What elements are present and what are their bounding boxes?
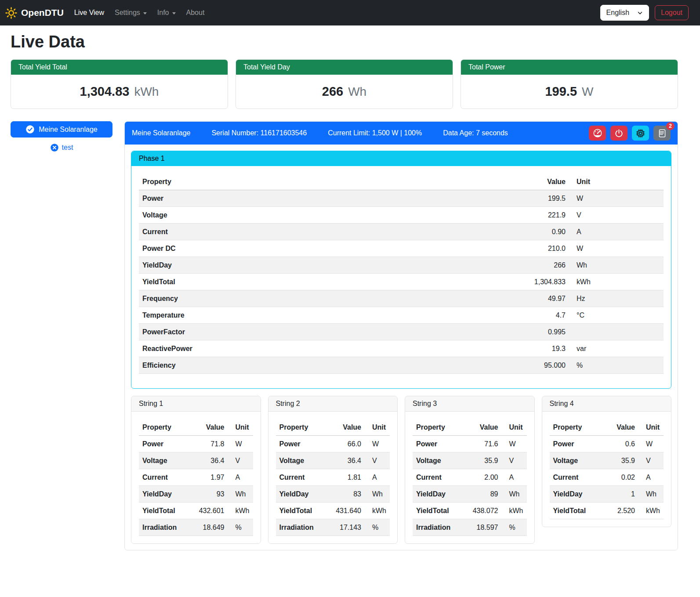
- cell-value: 19.3: [510, 340, 569, 357]
- event-log-button[interactable]: 2: [653, 126, 671, 141]
- phase-1-card: Phase 1 Property Value Unit Power199.5WV…: [131, 151, 671, 389]
- cell-unit: Wh: [365, 486, 390, 503]
- cell-property: Irradiation: [276, 519, 326, 536]
- language-select[interactable]: English: [600, 5, 649, 21]
- cell-unit: A: [638, 469, 664, 486]
- table-row: Power66.0W: [276, 436, 390, 452]
- column-header-property: Property: [550, 419, 600, 436]
- string-2-table: Property Value Unit Power66.0WVoltage36.…: [276, 419, 390, 536]
- card-unit: W: [582, 85, 593, 99]
- cell-property: Irradiation: [413, 519, 463, 536]
- table-row: YieldTotal438.072kWh: [413, 503, 527, 519]
- table-row: YieldDay83Wh: [276, 486, 390, 503]
- cell-value: 0.995: [510, 324, 569, 340]
- event-count-badge: 2: [666, 122, 675, 130]
- table-row: Temperature4.7°C: [139, 307, 664, 324]
- cell-unit: A: [569, 224, 664, 240]
- page-container: Live Data Total Yield Total 1,304.83 kWh…: [0, 25, 700, 563]
- power-icon: [614, 129, 624, 138]
- nav-item-about[interactable]: About: [181, 5, 210, 20]
- nav-item-info[interactable]: Info: [152, 5, 181, 20]
- brand[interactable]: OpenDTU: [5, 7, 64, 19]
- table-row: ReactivePower19.3var: [139, 340, 664, 357]
- cell-property: PowerFactor: [139, 324, 510, 340]
- card-unit: kWh: [134, 85, 159, 99]
- inverter-name: Meine Solaranlage: [39, 126, 97, 134]
- cpu-icon: [636, 129, 645, 138]
- string-4-card: String 4 Property Value Unit: [542, 396, 672, 527]
- cell-unit: W: [502, 436, 527, 452]
- cell-unit: V: [638, 452, 664, 469]
- table-row: Current0.90A: [139, 224, 664, 240]
- nav-item-settings[interactable]: Settings: [109, 5, 152, 20]
- cell-property: Current: [139, 224, 510, 240]
- limit-settings-button[interactable]: [589, 126, 606, 141]
- cell-value: 36.4: [189, 452, 228, 469]
- cell-unit: A: [228, 469, 253, 486]
- cell-unit: var: [569, 340, 664, 357]
- cell-unit: kWh: [365, 503, 390, 519]
- cell-unit: kWh: [569, 274, 664, 290]
- panel-actions: 2: [589, 126, 671, 141]
- cell-unit: %: [569, 357, 664, 374]
- table-row: YieldDay89Wh: [413, 486, 527, 503]
- cell-value: 431.640: [326, 503, 365, 519]
- table-row: Irradiation17.143%: [276, 519, 390, 536]
- cell-value: 71.8: [189, 436, 228, 452]
- total-yield-day-card: Total Yield Day 266 Wh: [236, 59, 453, 109]
- cell-value: 1,304.833: [510, 274, 569, 290]
- cell-unit: Wh: [569, 257, 664, 274]
- cell-property: Power: [276, 436, 326, 452]
- cell-property: Voltage: [550, 452, 600, 469]
- sidebar-item-test-inverter[interactable]: test: [11, 143, 112, 152]
- cell-unit: W: [228, 436, 253, 452]
- journal-text-icon: [657, 129, 667, 138]
- nav-menu: Live View Settings Info About: [69, 5, 210, 20]
- column-header-property: Property: [276, 419, 326, 436]
- cell-value: 0.6: [600, 436, 638, 452]
- cell-unit: V: [365, 452, 390, 469]
- cell-value: 49.97: [510, 290, 569, 307]
- cell-property: YieldDay: [413, 486, 463, 503]
- column-header-unit: Unit: [638, 419, 664, 436]
- table-row: Power71.8W: [139, 436, 253, 452]
- cell-value: 89: [463, 486, 501, 503]
- string-title: String 2: [268, 396, 398, 412]
- column-header-value: Value: [600, 419, 638, 436]
- table-row: Power199.5W: [139, 190, 664, 207]
- cell-unit: %: [502, 519, 527, 536]
- sidebar-item-selected-inverter[interactable]: Meine Solaranlage: [11, 121, 112, 137]
- strings-row: String 1 Property Value Unit: [131, 396, 671, 544]
- cell-property: Power: [139, 190, 510, 207]
- cell-unit: kWh: [502, 503, 527, 519]
- serial-number: Serial Number: 116171603546: [211, 129, 307, 137]
- table-row: Power71.6W: [413, 436, 527, 452]
- cell-value: 2.00: [463, 469, 501, 486]
- cell-value: 95.000: [510, 357, 569, 374]
- cell-value: 1.81: [326, 469, 365, 486]
- cell-value: 210.0: [510, 240, 569, 257]
- nav-item-live-view[interactable]: Live View: [69, 5, 109, 20]
- total-power-card: Total Power 199.5 W: [461, 59, 678, 109]
- column-header-value: Value: [510, 174, 569, 190]
- cell-value: 0.02: [600, 469, 638, 486]
- cell-property: Power: [550, 436, 600, 452]
- logout-button[interactable]: Logout: [655, 5, 689, 20]
- column-header-unit: Unit: [365, 419, 390, 436]
- cell-value: 66.0: [326, 436, 365, 452]
- speedometer-icon: [593, 128, 602, 138]
- cell-value: 71.6: [463, 436, 501, 452]
- cell-value: 35.9: [600, 452, 638, 469]
- power-button[interactable]: [610, 126, 627, 141]
- column-header-value: Value: [189, 419, 228, 436]
- device-info-button[interactable]: [632, 126, 649, 141]
- cell-property: Current: [139, 469, 189, 486]
- cell-unit: V: [502, 452, 527, 469]
- cell-value: 36.4: [326, 452, 365, 469]
- cell-property: YieldDay: [139, 486, 189, 503]
- card-value: 266: [322, 84, 343, 99]
- data-age: Data Age: 7 seconds: [443, 129, 508, 137]
- chevron-down-icon: [172, 12, 176, 14]
- table-row: Voltage36.4V: [139, 452, 253, 469]
- string-title: String 3: [405, 396, 534, 412]
